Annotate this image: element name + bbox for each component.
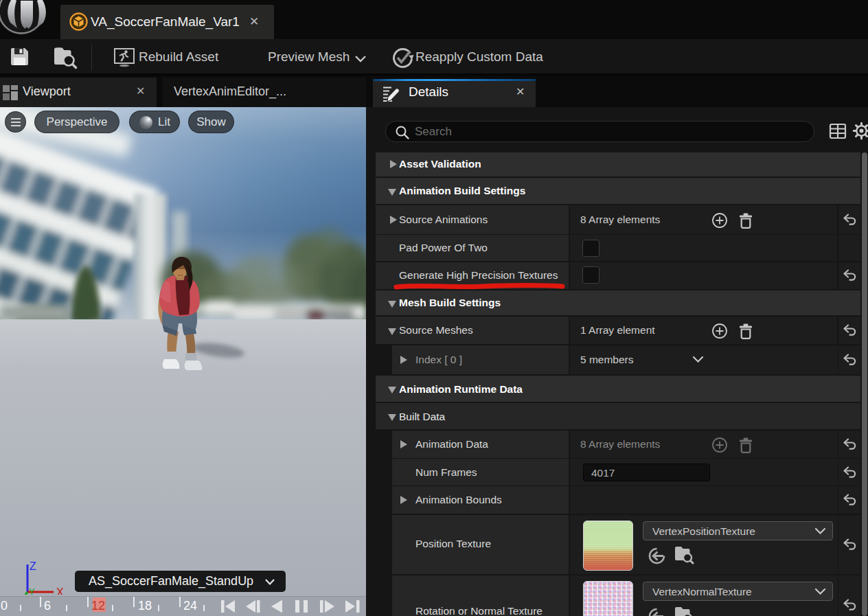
svg-text:Y: Y [29, 586, 35, 595]
svg-text:X: X [56, 586, 64, 595]
svg-text:Z: Z [30, 560, 36, 572]
